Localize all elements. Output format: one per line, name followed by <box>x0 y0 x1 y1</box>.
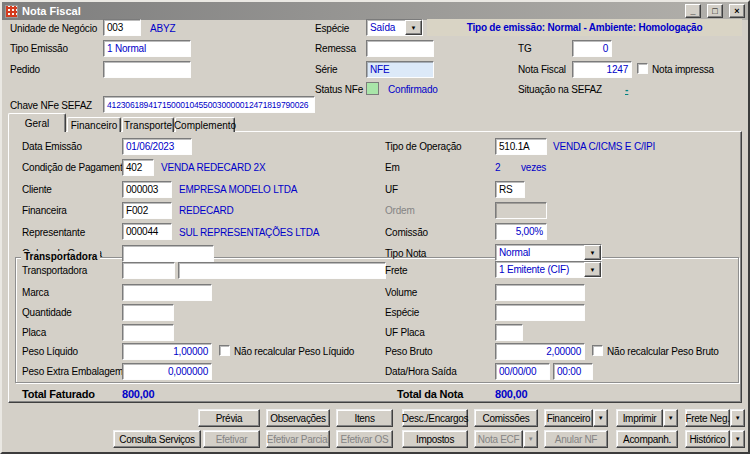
maximize-button[interactable]: □ <box>707 4 723 18</box>
chevron-down-icon[interactable]: ▼ <box>405 20 422 35</box>
nao-recalcular-peso-bruto-label: Não recalcular Peso Bruto <box>607 346 719 357</box>
condicao-pagamento-field[interactable]: 402 <box>122 159 154 176</box>
historico-button[interactable]: Histórico <box>685 430 730 448</box>
data-emissao-field[interactable]: 01/06/2023 <box>122 138 192 155</box>
transportadora-name-field[interactable] <box>178 262 386 279</box>
peso-liquido-field[interactable]: 1,00000 <box>122 343 212 360</box>
nao-recalcular-peso-liquido-checkbox[interactable] <box>219 345 230 356</box>
situacao-sefaz-link[interactable]: - <box>625 84 628 95</box>
financeiro-button[interactable]: Financeiro <box>544 409 593 427</box>
nota-ecf-button[interactable]: Nota ECF <box>474 430 523 448</box>
peso-bruto-field[interactable]: 2,00000 <box>495 343 585 360</box>
nota-impressa-checkbox[interactable] <box>637 63 648 74</box>
ordem-field <box>495 202 547 219</box>
total-faturado-label: Total Faturado <box>22 388 95 400</box>
nao-recalcular-peso-bruto-checkbox[interactable] <box>592 345 603 356</box>
data-saida-field[interactable]: 00/00/00 <box>495 363 550 380</box>
peso-extra-label: Peso Extra Embalagem <box>22 366 123 377</box>
acompanh-button[interactable]: Acompanh. <box>616 430 678 448</box>
em-label: Em <box>385 162 400 173</box>
tab-geral[interactable]: Geral <box>8 113 66 132</box>
representante-field[interactable]: 000044 <box>122 223 172 240</box>
tipo-nota-select[interactable]: Normal ▼ <box>495 244 602 261</box>
quantidade-label: Quantidade <box>22 307 72 318</box>
marca-label: Marca <box>22 287 49 298</box>
representante-desc: SUL REPRESENTAÇÕES LTDA <box>179 227 319 238</box>
impostos-button[interactable]: Impostos <box>402 430 468 448</box>
pedido-field[interactable] <box>103 61 191 78</box>
peso-bruto-label: Peso Bruto <box>385 346 432 357</box>
total-nota-label: Total da Nota <box>397 388 463 400</box>
frete-neg-dropdown-arrow-icon[interactable]: ▼ <box>730 409 745 427</box>
ordem-compra-field[interactable] <box>122 245 214 262</box>
unidade-negocio-field[interactable]: 003 <box>103 19 141 36</box>
minimize-button[interactable]: _ <box>685 4 701 18</box>
efetivar-os-button[interactable]: Efetivar OS <box>336 430 393 448</box>
close-button[interactable]: × <box>729 4 745 18</box>
serie-label: Série <box>315 64 337 75</box>
frete-value: 1 Emitente (CIF) <box>496 262 584 277</box>
title-bar[interactable]: Nota Fiscal _ □ × <box>2 2 748 20</box>
uf-field[interactable]: RS <box>495 181 525 198</box>
hora-saida-field[interactable]: 00:00 <box>553 363 593 380</box>
especie-transporte-field[interactable] <box>495 304 585 321</box>
tipo-emissao-label: Tipo Emissão <box>10 43 68 54</box>
nota-ecf-dropdown-arrow-icon[interactable]: ▼ <box>523 430 538 448</box>
transportadora-code-field[interactable] <box>122 262 175 279</box>
previa-button[interactable]: Prévia <box>198 409 260 427</box>
consulta-servicos-button[interactable]: Consulta Serviços <box>113 430 201 448</box>
efetivar-parcial-button[interactable]: Efetivar Parcial <box>266 430 330 448</box>
historico-dropdown-arrow-icon[interactable]: ▼ <box>730 430 745 448</box>
efetivar-button[interactable]: Efetivar <box>203 430 260 448</box>
tab-financeiro[interactable]: Financeiro <box>67 117 121 132</box>
quantidade-field[interactable] <box>122 304 174 321</box>
chave-nfe-field[interactable]: 4123061894171500010455003000001247181979… <box>103 96 315 113</box>
uf-placa-field[interactable] <box>495 324 523 341</box>
chevron-down-icon[interactable]: ▼ <box>584 262 601 277</box>
tipo-emissao-field[interactable]: 1 Normal <box>103 40 191 57</box>
frete-select[interactable]: 1 Emitente (CIF) ▼ <box>495 261 602 278</box>
pedido-label: Pedido <box>10 64 40 75</box>
nota-fiscal-field[interactable]: 1247 <box>572 61 632 78</box>
tipo-operacao-field[interactable]: 510.1A <box>495 138 547 155</box>
comissao-field[interactable]: 5,00% <box>495 223 547 240</box>
volume-label: Volume <box>385 287 417 298</box>
financeiro-dropdown-arrow-icon[interactable]: ▼ <box>593 409 608 427</box>
volume-field[interactable] <box>495 284 585 301</box>
tab-financeiro-label: Financeiro <box>71 120 118 131</box>
marca-field[interactable] <box>122 284 212 301</box>
tab-complemento[interactable]: Complemento <box>175 117 235 132</box>
tab-transporte[interactable]: Transporte <box>122 117 174 132</box>
observacoes-button[interactable]: Observações <box>266 409 330 427</box>
placa-label: Placa <box>22 327 46 338</box>
anular-nf-button[interactable]: Anular NF <box>544 430 608 448</box>
frete-neg-button[interactable]: Frete Neg. <box>685 409 730 427</box>
serie-field[interactable]: NFE <box>366 61 434 78</box>
uf-placa-label: UF Placa <box>385 327 425 338</box>
data-emissao-label: Data Emissão <box>22 141 82 152</box>
imprimir-button[interactable]: Imprimir <box>616 409 663 427</box>
transportadora-legend: Transportadora <box>21 251 100 262</box>
financeira-field[interactable]: F002 <box>122 202 172 219</box>
comissoes-button[interactable]: Comissões <box>474 409 538 427</box>
chave-nfe-label: Chave NFe SEFAZ <box>10 100 92 111</box>
cliente-field[interactable]: 000003 <box>122 181 172 198</box>
transportadora-label: Transportadora <box>22 265 87 276</box>
nota-impressa-label: Nota impressa <box>652 64 714 75</box>
tg-field[interactable]: 0 <box>572 40 612 57</box>
total-faturado-value: 800,00 <box>122 388 154 400</box>
especie-select[interactable]: Saída ▼ <box>366 19 423 36</box>
em-value: 2 <box>495 162 500 173</box>
imprimir-dropdown-arrow-icon[interactable]: ▼ <box>663 409 678 427</box>
desc-encargos-button[interactable]: Desc./Encargos <box>402 409 468 427</box>
remessa-field[interactable] <box>366 40 434 57</box>
placa-field[interactable] <box>122 324 174 341</box>
status-nfe-label: Status NFe <box>315 84 363 95</box>
chevron-down-icon[interactable]: ▼ <box>584 245 601 260</box>
app-icon <box>5 5 18 18</box>
itens-button[interactable]: Itens <box>336 409 393 427</box>
situacao-sefaz-label: Situação na SEFAZ <box>518 84 602 95</box>
window-title: Nota Fiscal <box>22 5 679 17</box>
tipo-operacao-desc: VENDA C/ICMS E C/IPI <box>553 141 655 152</box>
peso-extra-field[interactable]: 0,000000 <box>122 363 212 380</box>
